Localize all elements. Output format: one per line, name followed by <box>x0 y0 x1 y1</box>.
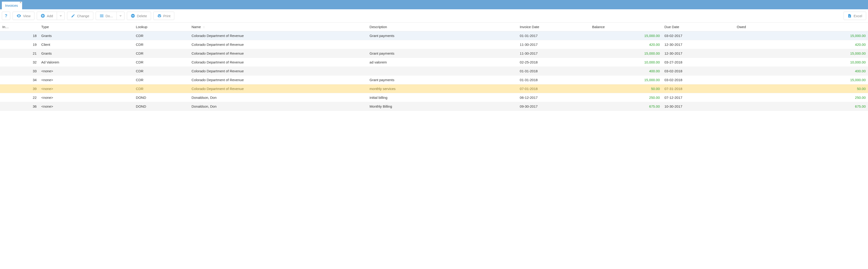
tab-title: Invoices <box>5 3 18 7</box>
cell-due-date: 03-02-2017 <box>662 31 735 40</box>
cell-lookup: DOND <box>133 102 189 111</box>
col-invoice-date[interactable]: Invoice Date <box>518 23 590 31</box>
col-index[interactable]: In… <box>0 23 39 31</box>
change-label: Change <box>77 14 89 18</box>
cell-invoice-date: 09-30-2017 <box>518 102 590 111</box>
cell-due-date: 10-30-2017 <box>662 102 735 111</box>
cell-lookup: DOND <box>133 93 189 102</box>
cell-name: Donaldson, Don <box>189 102 367 111</box>
cell-lookup: CDR <box>133 31 189 40</box>
pencil-icon <box>71 14 75 18</box>
cell-index: 39 <box>0 85 39 93</box>
table-row[interactable]: 39<none>CDRColorado Department of Revenu… <box>0 85 868 93</box>
cell-type: <none> <box>39 75 133 85</box>
cell-index: 32 <box>0 58 39 67</box>
cell-index: 33 <box>0 67 39 75</box>
cell-name: Colorado Department of Revenue <box>189 67 367 75</box>
cell-due-date: 03-27-2018 <box>662 58 735 67</box>
cell-type: Client <box>39 40 133 49</box>
cell-description: Monthly Billing <box>367 102 518 111</box>
help-icon: ? <box>5 13 7 19</box>
cell-name: Colorado Department of Revenue <box>189 85 367 93</box>
table-row[interactable]: 34<none>CDRColorado Department of Revenu… <box>0 75 868 85</box>
cell-description: Grant payments <box>367 49 518 58</box>
do-dropdown[interactable] <box>117 12 124 20</box>
do-button[interactable]: Do... <box>96 12 117 20</box>
table-row[interactable]: 19ClientCDRColorado Department of Revenu… <box>0 40 868 49</box>
change-button[interactable]: Change <box>67 12 93 20</box>
add-dropdown[interactable] <box>57 12 65 20</box>
view-button[interactable]: View <box>12 12 34 20</box>
help-button[interactable]: ? <box>2 12 10 20</box>
do-button-group: Do... <box>96 12 125 20</box>
col-description[interactable]: Description <box>367 23 518 31</box>
cell-type: <none> <box>39 102 133 111</box>
cell-name: Donaldson, Don <box>189 93 367 102</box>
excel-button[interactable]: Excel <box>843 12 866 20</box>
table-row[interactable]: 33<none>CDRColorado Department of Revenu… <box>0 67 868 75</box>
cell-invoice-date: 02-25-2018 <box>518 58 590 67</box>
tab-close-icon[interactable]: × <box>20 1 22 4</box>
excel-label: Excel <box>854 14 862 18</box>
app-root: Invoices × ? View Add <box>0 0 868 111</box>
cell-owed: 400.00 <box>735 67 868 75</box>
col-name-label: Name <box>191 25 201 29</box>
cell-lookup: CDR <box>133 67 189 75</box>
cell-name: Colorado Department of Revenue <box>189 49 367 58</box>
delete-button[interactable]: Delete <box>127 12 151 20</box>
cell-description: Grant payments <box>367 75 518 85</box>
cell-invoice-date: 06-12-2017 <box>518 93 590 102</box>
cell-owed: 250.00 <box>735 93 868 102</box>
cell-balance: 10,000.00 <box>590 58 662 67</box>
cell-invoice-date: 01-31-2018 <box>518 67 590 75</box>
delete-label: Delete <box>137 14 147 18</box>
cell-type: Ad Valorem <box>39 58 133 67</box>
cell-invoice-date: 07-01-2018 <box>518 85 590 93</box>
table-row[interactable]: 18GrantsCDRColorado Department of Revenu… <box>0 31 868 40</box>
cell-due-date: 03-02-2018 <box>662 67 735 75</box>
col-type[interactable]: Type <box>39 23 133 31</box>
cell-index: 18 <box>0 31 39 40</box>
cell-name: Colorado Department of Revenue <box>189 31 367 40</box>
printer-icon <box>157 14 161 18</box>
table-row[interactable]: 22<none>DONDDonaldson, Doninitial billin… <box>0 93 868 102</box>
cell-description: ad valorem <box>367 58 518 67</box>
cell-balance: 400.00 <box>590 67 662 75</box>
header-bar: Invoices × <box>0 0 868 9</box>
table-row[interactable]: 36<none>DONDDonaldson, DonMonthly Billin… <box>0 102 868 111</box>
toolbar: ? View Add Chan <box>0 9 868 23</box>
menu-icon <box>100 14 104 18</box>
tab-invoices[interactable]: Invoices × <box>2 2 22 9</box>
col-lookup[interactable]: Lookup <box>133 23 189 31</box>
table-row[interactable]: 21GrantsCDRColorado Department of Revenu… <box>0 49 868 58</box>
cell-description: initial billing <box>367 93 518 102</box>
add-label: Add <box>47 14 53 18</box>
cell-balance: 15,000.00 <box>590 75 662 85</box>
cell-description <box>367 67 518 75</box>
cell-description <box>367 40 518 49</box>
eye-icon <box>17 14 21 18</box>
cell-balance: 50.00 <box>590 85 662 93</box>
cell-balance: 15,000.00 <box>590 49 662 58</box>
col-name[interactable]: Name ↑ <box>189 23 367 31</box>
cell-index: 22 <box>0 93 39 102</box>
table-row[interactable]: 32Ad ValoremCDRColorado Department of Re… <box>0 58 868 67</box>
col-due-date[interactable]: Due Date <box>662 23 735 31</box>
col-owed[interactable]: Owed <box>735 23 868 31</box>
svg-point-0 <box>19 15 19 16</box>
cell-owed: 50.00 <box>735 85 868 93</box>
cell-type: <none> <box>39 85 133 93</box>
minus-circle-icon <box>131 14 135 18</box>
add-button[interactable]: Add <box>37 12 57 20</box>
cell-due-date: 12-30-2017 <box>662 40 735 49</box>
chevron-down-icon <box>59 14 62 17</box>
col-balance[interactable]: Balance <box>590 23 662 31</box>
cell-balance: 675.00 <box>590 102 662 111</box>
chevron-down-icon <box>119 14 122 17</box>
cell-owed: 15,000.00 <box>735 75 868 85</box>
cell-owed: 15,000.00 <box>735 49 868 58</box>
print-label: Print <box>163 14 170 18</box>
cell-owed: 420.00 <box>735 40 868 49</box>
print-button[interactable]: Print <box>153 12 175 20</box>
cell-owed: 10,000.00 <box>735 58 868 67</box>
